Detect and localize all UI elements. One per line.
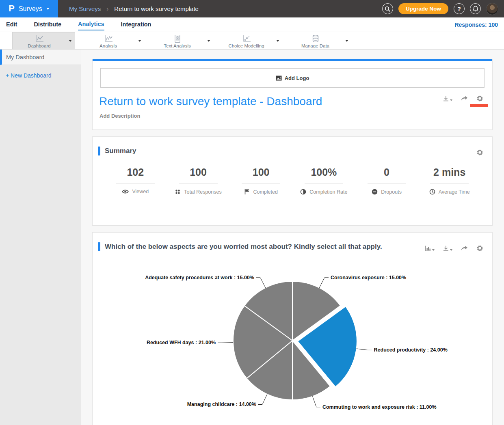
image-icon [276, 76, 282, 81]
stat-label: Viewed [132, 189, 149, 194]
accent-bar [98, 242, 100, 251]
new-dashboard-button[interactable]: + New Dashboard [6, 72, 81, 79]
bar-chart-icon [425, 245, 431, 252]
pie-label-line-reduced-productivity [357, 349, 372, 350]
breadcrumb-current-survey: Return to work survey template [114, 5, 199, 12]
tab-analytics[interactable]: Analytics [78, 19, 104, 30]
bell-icon [473, 6, 478, 12]
top-navigation-bar: P Surveys My Surveys › Return to work su… [0, 0, 504, 17]
pie-label-line-commuting-to-work-and-exposure-risk [312, 396, 320, 407]
pie-label-managing-childcare: Managing childcare : 14.00% [187, 401, 256, 407]
analytics-toolbar: Dashboard Analysis [0, 32, 504, 50]
toolbar-item-dashboard[interactable]: Dashboard [12, 32, 75, 49]
gear-icon [476, 149, 483, 156]
gear-icon [476, 95, 483, 102]
pie-label-commuting-to-work-and-exposure-risk: Commuting to work and exposure risk : 11… [322, 404, 437, 410]
add-logo-label: Add Logo [285, 75, 309, 81]
accent-bar [93, 59, 492, 61]
responses-count: Responses: 100 [454, 22, 498, 28]
dashboard-actions [443, 95, 483, 102]
text-analysis-icon [172, 35, 183, 43]
stat-label: Completed [253, 189, 277, 195]
surveys-product-menu[interactable]: P Surveys [0, 0, 58, 17]
chevron-down-icon [276, 40, 279, 42]
download-dashboard-button[interactable] [443, 95, 452, 102]
search-icon [385, 6, 390, 12]
choice-modelling-dropdown[interactable] [273, 32, 282, 49]
breadcrumb-my-surveys[interactable]: My Surveys [69, 5, 101, 12]
download-icon [443, 95, 449, 102]
analytics-dashboard-page: P Surveys My Surveys › Return to work su… [0, 0, 504, 425]
questionpro-logo-icon: P [9, 4, 15, 13]
stat-total-responses: 100 Total Responses [167, 166, 230, 195]
pie-chart-svg: Coronavirus exposure : 15.00%Reduced pro… [93, 268, 493, 425]
add-logo-button[interactable]: Add Logo [100, 68, 485, 88]
stat-completion-rate: 100% Completion Rate [292, 166, 355, 195]
text-analysis-dropdown[interactable] [204, 32, 213, 49]
toolbar-item-choice-modelling[interactable]: Choice Modelling [219, 32, 282, 49]
download-chart-button[interactable] [443, 245, 452, 252]
dashboard-sidebar: My Dashboard + New Dashboard [0, 50, 81, 425]
gear-icon [476, 245, 483, 252]
stat-average-time: 2 mins Average Time [418, 166, 481, 195]
toolbar-item-text-analysis[interactable]: Text Analysis [150, 32, 213, 49]
user-avatar[interactable] [486, 3, 498, 15]
notifications-button[interactable] [470, 3, 481, 14]
pie-label-line-reduced-wfh-days [218, 343, 233, 343]
stat-value: 102 [104, 166, 167, 178]
chevron-down-icon [207, 40, 210, 42]
add-description-button[interactable]: Add Description [100, 113, 492, 119]
question-chart-card: Which of the below aspects are you worri… [92, 232, 493, 425]
chevron-down-icon [46, 8, 50, 10]
toolbar-item-label: Choice Modelling [228, 43, 264, 48]
breadcrumb-separator-icon: › [106, 5, 108, 12]
manage-data-dropdown[interactable] [342, 32, 351, 49]
summary-card: Summary 102 [92, 136, 493, 226]
topbar-actions: Upgrade Now ? [382, 3, 504, 15]
upgrade-now-button[interactable]: Upgrade Now [398, 3, 448, 14]
toolbar-item-manage-data[interactable]: Manage Data [288, 32, 351, 49]
chevron-down-icon [138, 40, 141, 42]
annotation-highlight [470, 104, 488, 107]
stat-label: Average Time [439, 189, 470, 195]
stat-value: 100 [229, 166, 292, 178]
download-icon [443, 245, 449, 252]
stat-label: Total Responses [184, 189, 221, 195]
choice-modelling-icon [241, 35, 252, 43]
tab-integration[interactable]: Integration [121, 19, 151, 30]
chevron-down-icon [450, 99, 452, 101]
toolbar-item-label: Dashboard [28, 43, 50, 48]
toolbar-item-analysis[interactable]: Analysis [81, 32, 144, 49]
toolbar-item-label: Analysis [100, 43, 117, 48]
tab-edit[interactable]: Edit [6, 19, 17, 30]
help-button[interactable]: ? [454, 3, 465, 14]
eye-icon [122, 189, 129, 194]
sidebar-item-my-dashboard[interactable]: My Dashboard [0, 50, 81, 65]
main-content: Add Logo Return to work survey template … [81, 50, 504, 425]
accent-bar [98, 147, 100, 155]
chevron-down-icon [450, 249, 452, 251]
chevron-down-icon [345, 40, 348, 42]
chart-actions [425, 245, 483, 252]
question-mark-icon: ? [457, 6, 461, 12]
analysis-dropdown[interactable] [135, 32, 144, 49]
chart-type-button[interactable] [425, 245, 435, 252]
share-chart-button[interactable] [461, 245, 468, 252]
dashboard-settings-button[interactable] [476, 95, 483, 102]
chevron-down-icon [69, 40, 72, 42]
dashboard-title: Return to work survey template - Dashboa… [99, 95, 492, 108]
share-dashboard-button[interactable] [461, 95, 468, 102]
dashboard-dropdown[interactable] [66, 32, 75, 49]
chart-settings-button[interactable] [476, 245, 483, 252]
flag-icon [244, 189, 250, 195]
search-button[interactable] [382, 3, 393, 14]
pie-label-adequate-safety-procedures-at-work: Adequate safety procedures at work : 15.… [145, 275, 254, 280]
minus-circle-icon [372, 189, 378, 195]
stat-dropouts: 0 Dropouts [355, 166, 418, 195]
clock-icon [429, 189, 435, 195]
survey-section-tabs: Edit Distribute Analytics Integration Re… [0, 17, 504, 32]
tab-distribute[interactable]: Distribute [34, 19, 61, 30]
analysis-chart-icon [103, 35, 114, 43]
stat-value: 100% [292, 166, 355, 178]
summary-settings-button[interactable] [476, 149, 483, 157]
